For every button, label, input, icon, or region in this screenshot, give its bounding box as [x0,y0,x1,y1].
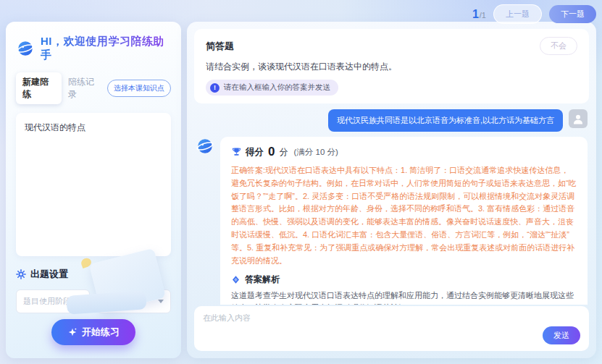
sidebar: HI，欢迎使用学习陪练助手 新建陪练 陪练记录 选择本课知识点 现代汉语的特点 … [6,22,181,358]
question-settings-title: 出题设置 [16,268,171,281]
page-indicator: 1 /1 [472,8,486,21]
score-unit: 分 [279,146,288,158]
page-total: /1 [480,11,486,20]
topic-input[interactable]: 现代汉语的特点 [16,113,171,256]
score-label: 得分 [246,146,264,158]
next-question-button[interactable]: 下一题 [549,5,596,23]
start-practice-button[interactable]: 开始练习 [51,319,135,345]
user-message-row: 现代汉民族共同语是以北京语音为标准音,以北方话为基础方言 [196,109,588,132]
practice-type-dropdown-value: 应用实践 [104,296,136,307]
sidebar-header: HI，欢迎使用学习陪练助手 [16,35,171,62]
practice-panel: 简答题 不会 请结合实例，谈谈现代汉语在口语表达中的特点。 ! 请在输入框输入你… [187,22,596,358]
assistant-message-card: 得分 0 分 (满分 10 分) 正确答案:现代汉语在口语表达中具有以下特点：1… [220,137,588,305]
dont-know-button[interactable]: 不会 [540,37,577,55]
notebook-illustration [16,313,171,319]
score-full-text: (满分 10 分) [293,147,338,158]
assistant-logo-icon [16,39,35,58]
sidebar-tabs: 新建陪练 陪练记录 选择本课知识点 [16,72,171,104]
user-message-bubble: 现代汉民族共同语是以北京语音为标准音,以北方话为基础方言 [328,109,563,132]
chat-area: 现代汉民族共同语是以北京语音为标准音,以北方话为基础方言 [194,103,589,305]
stage-dropdown[interactable]: 题目使用阶段 [16,289,90,313]
select-knowledge-button[interactable]: 选择本课知识点 [107,80,171,97]
start-practice-label: 开始练习 [82,326,120,339]
question-settings-label: 出题设置 [30,268,68,281]
sparkle-icon [67,327,78,337]
pagination-bar: 1 /1 上一题 下一题 [472,4,596,24]
greeting-title: HI，欢迎使用学习陪练助手 [41,35,171,62]
question-type-label: 简答题 [206,40,234,53]
practice-type-dropdown[interactable]: 应用实践 [97,289,171,313]
stage-dropdown-value: 题目使用阶段 [23,296,71,307]
illustration-accent [80,257,92,268]
score-row: 得分 0 分 (满分 10 分) [231,145,577,159]
chevron-down-icon [77,300,83,303]
analysis-header: 答案解析 [231,274,577,286]
score-value: 0 [268,145,275,159]
analysis-gem-icon [231,275,241,284]
page-current: 1 [472,8,479,21]
message-input[interactable] [203,313,530,344]
message-composer: 发送 [194,306,589,351]
correct-answer-text: 正确答案:现代汉语在口语表达中具有以下特点：1. 简洁明了：口语交流通常追求快速… [231,164,577,268]
chevron-down-icon [158,300,164,303]
info-icon: ! [210,83,220,93]
question-header: 简答题 不会 [206,37,577,55]
assistant-message-row: 得分 0 分 (满分 10 分) 正确答案:现代汉语在口语表达中具有以下特点：1… [196,137,588,305]
trophy-icon [231,147,242,158]
question-text: 请结合实例，谈谈现代汉语在口语表达中的特点。 [206,61,577,73]
send-button[interactable]: 发送 [543,326,580,344]
analysis-title: 答案解析 [245,274,280,286]
user-avatar [569,109,588,128]
settings-dropdowns: 题目使用阶段 应用实践 [16,289,171,313]
prev-question-button[interactable]: 上一题 [493,4,542,24]
person-icon [572,112,585,125]
answer-hint-text: 请在输入框输入你的答案并发送 [224,82,330,93]
gear-icon [16,269,26,279]
analysis-text: 这道题考查学生对现代汉语口语表达特点的理解和应用能力，通过结合实例能够更清晰地展… [231,289,577,305]
assistant-avatar-icon [196,137,214,156]
tab-new-practice[interactable]: 新建陪练 [16,72,62,104]
question-card: 简答题 不会 请结合实例，谈谈现代汉语在口语表达中的特点。 ! 请在输入框输入你… [194,29,589,103]
tab-practice-records[interactable]: 陪练记录 [62,72,107,104]
answer-hint-pill: ! 请在输入框输入你的答案并发送 [206,80,338,96]
